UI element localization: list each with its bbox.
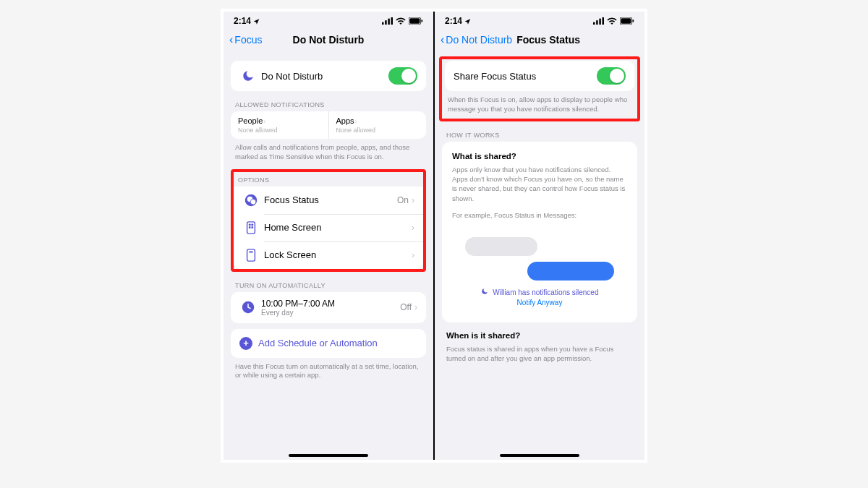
allowed-apps-button[interactable]: Apps› None allowed	[329, 111, 427, 139]
message-bubble-blue	[527, 262, 614, 281]
chevron-right-icon: ›	[412, 195, 414, 205]
example-line: For example, Focus Status in Messages:	[452, 210, 627, 220]
svg-rect-11	[247, 222, 255, 234]
add-schedule-button[interactable]: + Add Schedule or Automation	[231, 329, 426, 358]
when-shared-block: When is it shared? Focus status is share…	[435, 331, 644, 364]
phone-do-not-disturb: 2:14 ‹ Focus Do Not Disturb	[224, 12, 433, 460]
svg-rect-15	[251, 226, 253, 228]
chevron-right-icon: ›	[355, 118, 357, 125]
focus-status-icon	[242, 194, 260, 207]
svg-rect-22	[603, 17, 605, 25]
home-indicator[interactable]	[500, 454, 579, 457]
home-screen-icon	[242, 221, 260, 234]
phone-focus-status: 2:14 ‹ Do Not Disturb Focus Status Share…	[435, 12, 644, 460]
svg-rect-12	[249, 223, 251, 226]
svg-rect-6	[422, 20, 423, 22]
options-header: OPTIONS	[234, 172, 423, 187]
signal-icon	[593, 17, 604, 25]
share-toggle[interactable]	[597, 67, 626, 85]
status-bar: 2:14	[435, 12, 644, 27]
dnd-label: Do Not Disturb	[261, 71, 388, 82]
svg-rect-0	[382, 22, 384, 25]
home-indicator[interactable]	[289, 454, 368, 457]
svg-rect-5	[409, 18, 420, 24]
what-is-shared-card: What is shared? Apps only know that you …	[442, 142, 637, 322]
what-text: Apps only know that you have notificatio…	[452, 165, 627, 203]
status-time: 2:14	[445, 16, 462, 26]
page-title: Do Not Disturb	[224, 34, 433, 46]
allowed-header: ALLOWED NOTIFICATIONS	[231, 91, 426, 111]
chevron-right-icon: ›	[414, 302, 417, 312]
location-arrow-icon	[253, 18, 260, 25]
svg-rect-2	[388, 19, 390, 25]
signal-icon	[382, 17, 393, 25]
when-title: When is it shared?	[446, 331, 633, 340]
allowed-people-button[interactable]: People› None allowed	[231, 111, 329, 139]
back-label: Do Not Disturb	[446, 34, 512, 46]
share-highlight: Share Focus Status When this Focus is on…	[439, 56, 640, 121]
svg-rect-19	[593, 22, 595, 25]
chevron-right-icon: ›	[412, 250, 414, 260]
nav-bar: ‹ Focus Do Not Disturb	[224, 27, 433, 52]
dnd-toggle-row[interactable]: Do Not Disturb	[231, 61, 426, 91]
messages-preview: William has notifications silenced Notif…	[452, 227, 627, 315]
when-text: Focus status is shared in apps when you …	[446, 344, 633, 364]
how-it-works-header: HOW IT WORKS	[435, 121, 644, 142]
svg-rect-25	[633, 20, 634, 22]
svg-rect-14	[249, 226, 251, 228]
svg-rect-21	[599, 19, 601, 25]
location-arrow-icon	[464, 18, 471, 25]
auto-footer: Have this Focus turn on automatically at…	[231, 358, 426, 381]
wifi-icon	[396, 17, 406, 25]
wifi-icon	[607, 17, 617, 25]
dnd-toggle[interactable]	[388, 67, 417, 85]
svg-rect-13	[251, 223, 253, 226]
battery-icon	[409, 17, 423, 25]
svg-rect-20	[596, 20, 598, 25]
svg-rect-16	[247, 249, 255, 261]
chevron-left-icon: ‹	[441, 33, 444, 46]
share-toggle-row[interactable]: Share Focus Status	[445, 61, 634, 91]
status-time: 2:14	[234, 16, 251, 26]
lock-screen-row[interactable]: Lock Screen ›	[234, 241, 423, 269]
svg-rect-24	[621, 18, 631, 24]
status-bar: 2:14	[224, 12, 433, 27]
svg-rect-3	[391, 17, 393, 25]
notify-anyway-link[interactable]: Notify Anyway	[465, 298, 614, 308]
silenced-text: William has notifications silenced	[493, 288, 598, 296]
allowed-card: People› None allowed Apps› None allowed	[231, 111, 426, 139]
chevron-right-icon: ›	[263, 118, 265, 125]
nav-bar: ‹ Do Not Disturb Focus Status	[435, 27, 644, 52]
message-bubble-grey	[465, 237, 537, 256]
home-screen-row[interactable]: Home Screen ›	[234, 214, 423, 241]
lock-screen-icon	[242, 249, 260, 262]
battery-icon	[620, 17, 634, 25]
clock-icon	[239, 301, 257, 314]
share-footer: When this Focus is on, allow apps to dis…	[445, 91, 634, 114]
svg-rect-17	[249, 251, 252, 252]
moon-icon	[481, 288, 490, 296]
schedule-row[interactable]: 10:00 PM–7:00 AM Every day Off ›	[231, 292, 426, 323]
svg-rect-1	[385, 20, 387, 25]
chevron-right-icon: ›	[412, 223, 414, 233]
options-highlight: OPTIONS Focus Status On › Ho	[231, 169, 426, 272]
focus-status-row[interactable]: Focus Status On ›	[234, 187, 423, 214]
what-title: What is shared?	[452, 152, 627, 160]
moon-icon	[239, 69, 257, 82]
auto-header: TURN ON AUTOMATICALLY	[231, 272, 426, 292]
allowed-footer: Allow calls and notifications from peopl…	[231, 139, 426, 162]
plus-icon: +	[239, 337, 252, 350]
page-title: Focus Status	[516, 34, 580, 46]
back-button[interactable]: ‹ Do Not Disturb	[441, 33, 512, 46]
